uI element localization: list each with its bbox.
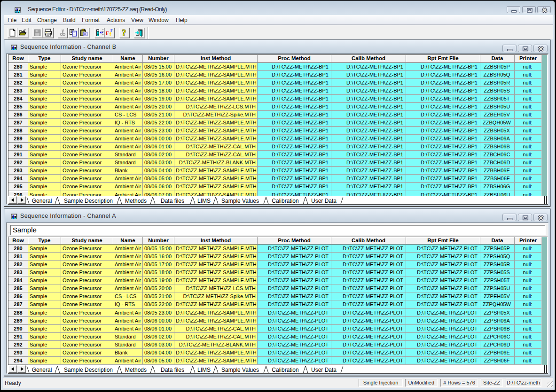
svg-text:LIMS: LIMS bbox=[197, 367, 211, 373]
svg-text:Data files: Data files bbox=[161, 367, 184, 373]
svg-text:Methods: Methods bbox=[125, 367, 147, 373]
svg-text:Sample Description: Sample Description bbox=[64, 197, 113, 204]
svg-text:Sample Values: Sample Values bbox=[221, 197, 259, 204]
svg-text:LIMS: LIMS bbox=[197, 197, 211, 204]
svg-text:Calibration: Calibration bbox=[272, 367, 298, 373]
svg-text:Sample Values: Sample Values bbox=[221, 367, 259, 373]
svg-text:User Data: User Data bbox=[311, 197, 337, 204]
svg-text:General: General bbox=[32, 367, 52, 373]
svg-text:f: f bbox=[110, 31, 111, 37]
svg-text:Calibration: Calibration bbox=[272, 197, 298, 204]
svg-text:User Data: User Data bbox=[311, 367, 337, 373]
svg-text:Data files: Data files bbox=[161, 197, 184, 204]
svg-text:General: General bbox=[32, 197, 52, 204]
svg-text:Methods: Methods bbox=[125, 197, 147, 204]
svg-text:F: F bbox=[106, 31, 109, 36]
svg-text:Sample Description: Sample Description bbox=[64, 367, 113, 373]
svg-text:?: ? bbox=[122, 29, 126, 37]
